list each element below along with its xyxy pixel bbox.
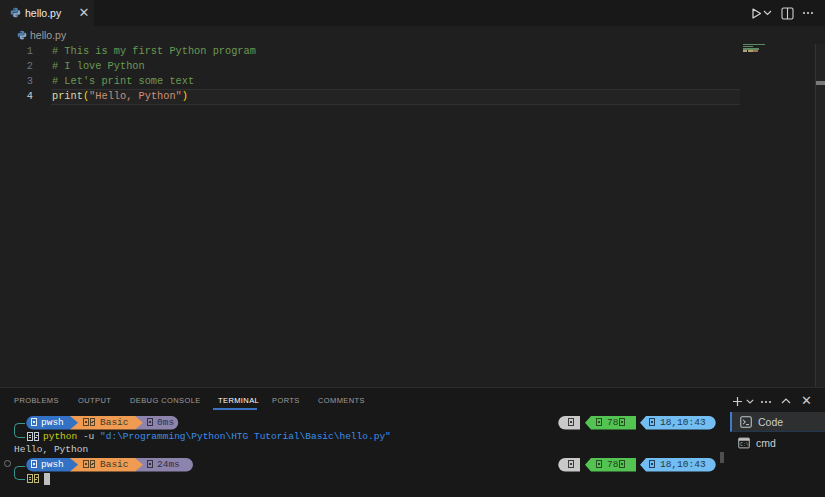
svg-text:C:\: C:\ xyxy=(740,442,748,447)
